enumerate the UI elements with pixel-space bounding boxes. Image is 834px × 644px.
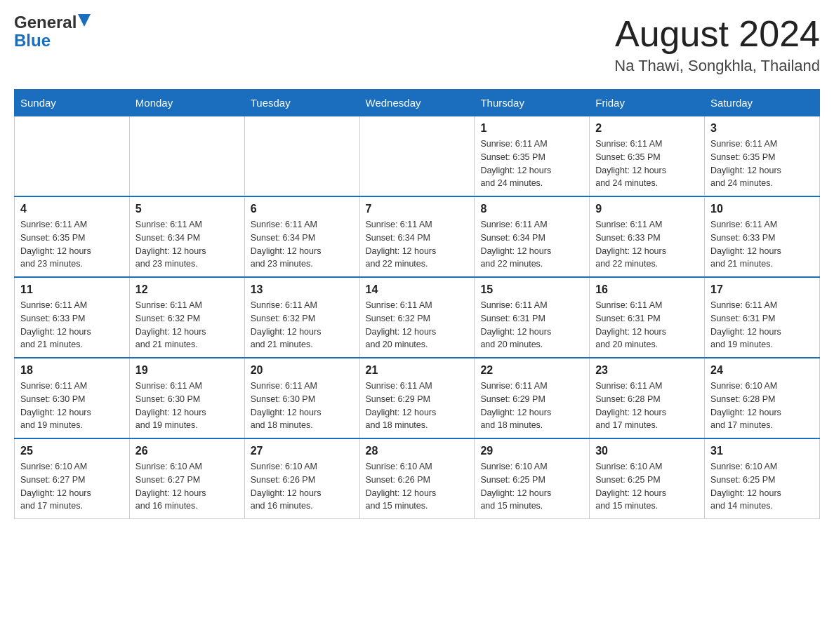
day-number: 25 xyxy=(20,445,124,457)
calendar-cell: 5Sunrise: 6:11 AM Sunset: 6:34 PM Daylig… xyxy=(129,196,244,277)
calendar-cell: 15Sunrise: 6:11 AM Sunset: 6:31 PM Dayli… xyxy=(475,277,590,358)
calendar-cell: 14Sunrise: 6:11 AM Sunset: 6:32 PM Dayli… xyxy=(359,277,475,358)
day-info: Sunrise: 6:11 AM Sunset: 6:34 PM Dayligh… xyxy=(480,218,583,271)
day-number: 17 xyxy=(710,283,814,296)
location-title: Na Thawi, Songkhla, Thailand xyxy=(614,57,820,75)
day-info: Sunrise: 6:10 AM Sunset: 6:26 PM Dayligh… xyxy=(366,460,469,513)
day-number: 24 xyxy=(710,364,814,377)
day-number: 13 xyxy=(251,283,354,296)
day-number: 14 xyxy=(366,283,469,296)
calendar-header-row: SundayMondayTuesdayWednesdayThursdayFrid… xyxy=(15,90,820,116)
day-info: Sunrise: 6:11 AM Sunset: 6:35 PM Dayligh… xyxy=(595,137,699,190)
day-number: 16 xyxy=(595,283,699,296)
calendar-cell: 27Sunrise: 6:10 AM Sunset: 6:26 PM Dayli… xyxy=(244,438,359,519)
calendar-cell: 26Sunrise: 6:10 AM Sunset: 6:27 PM Dayli… xyxy=(129,438,244,519)
day-number: 29 xyxy=(480,445,583,457)
day-info: Sunrise: 6:10 AM Sunset: 6:27 PM Dayligh… xyxy=(135,460,239,513)
logo-blue-text: Blue xyxy=(14,31,51,50)
day-number: 26 xyxy=(135,445,239,457)
day-number: 8 xyxy=(480,203,583,215)
svg-marker-0 xyxy=(78,14,91,27)
day-number: 28 xyxy=(366,445,469,457)
day-info: Sunrise: 6:11 AM Sunset: 6:32 PM Dayligh… xyxy=(135,299,239,351)
day-number: 7 xyxy=(366,203,469,215)
calendar-cell: 6Sunrise: 6:11 AM Sunset: 6:34 PM Daylig… xyxy=(244,196,359,277)
calendar-cell: 23Sunrise: 6:11 AM Sunset: 6:28 PM Dayli… xyxy=(590,358,705,438)
calendar-cell: 18Sunrise: 6:11 AM Sunset: 6:30 PM Dayli… xyxy=(15,358,130,438)
day-info: Sunrise: 6:11 AM Sunset: 6:29 PM Dayligh… xyxy=(480,380,583,432)
calendar-cell xyxy=(129,116,244,197)
calendar-week-row: 4Sunrise: 6:11 AM Sunset: 6:35 PM Daylig… xyxy=(15,196,820,277)
logo-icon: General Blue xyxy=(14,14,91,51)
day-info: Sunrise: 6:11 AM Sunset: 6:28 PM Dayligh… xyxy=(595,380,699,432)
weekday-header-friday: Friday xyxy=(590,90,705,116)
calendar-cell: 25Sunrise: 6:10 AM Sunset: 6:27 PM Dayli… xyxy=(15,438,130,519)
day-number: 27 xyxy=(251,445,354,457)
day-number: 30 xyxy=(595,445,699,457)
calendar-cell: 31Sunrise: 6:10 AM Sunset: 6:25 PM Dayli… xyxy=(705,438,820,519)
day-number: 18 xyxy=(20,364,124,377)
weekday-header-thursday: Thursday xyxy=(475,90,590,116)
calendar-cell xyxy=(244,116,359,197)
weekday-header-monday: Monday xyxy=(129,90,244,116)
calendar-cell: 9Sunrise: 6:11 AM Sunset: 6:33 PM Daylig… xyxy=(590,196,705,277)
calendar-cell: 28Sunrise: 6:10 AM Sunset: 6:26 PM Dayli… xyxy=(359,438,475,519)
day-number: 23 xyxy=(595,364,699,377)
day-info: Sunrise: 6:11 AM Sunset: 6:31 PM Dayligh… xyxy=(595,299,699,351)
day-info: Sunrise: 6:10 AM Sunset: 6:25 PM Dayligh… xyxy=(595,460,699,513)
logo-general-text: General xyxy=(14,14,77,31)
calendar-table: SundayMondayTuesdayWednesdayThursdayFrid… xyxy=(14,89,820,519)
day-info: Sunrise: 6:11 AM Sunset: 6:31 PM Dayligh… xyxy=(710,299,814,351)
day-number: 5 xyxy=(135,203,239,215)
day-number: 9 xyxy=(595,203,699,215)
day-info: Sunrise: 6:11 AM Sunset: 6:32 PM Dayligh… xyxy=(251,299,354,351)
day-number: 10 xyxy=(710,203,814,215)
day-info: Sunrise: 6:11 AM Sunset: 6:32 PM Dayligh… xyxy=(366,299,469,351)
day-info: Sunrise: 6:10 AM Sunset: 6:28 PM Dayligh… xyxy=(710,380,814,432)
day-info: Sunrise: 6:11 AM Sunset: 6:34 PM Dayligh… xyxy=(135,218,239,271)
day-info: Sunrise: 6:11 AM Sunset: 6:34 PM Dayligh… xyxy=(251,218,354,271)
page-header: General Blue August 2024 Na Thawi, Songk… xyxy=(14,14,820,75)
weekday-header-wednesday: Wednesday xyxy=(359,90,475,116)
day-number: 2 xyxy=(595,122,699,135)
calendar-cell: 13Sunrise: 6:11 AM Sunset: 6:32 PM Dayli… xyxy=(244,277,359,358)
logo: General Blue xyxy=(14,14,91,51)
calendar-cell: 8Sunrise: 6:11 AM Sunset: 6:34 PM Daylig… xyxy=(475,196,590,277)
calendar-cell: 4Sunrise: 6:11 AM Sunset: 6:35 PM Daylig… xyxy=(15,196,130,277)
day-info: Sunrise: 6:11 AM Sunset: 6:30 PM Dayligh… xyxy=(20,380,124,432)
calendar-cell: 17Sunrise: 6:11 AM Sunset: 6:31 PM Dayli… xyxy=(705,277,820,358)
day-info: Sunrise: 6:10 AM Sunset: 6:27 PM Dayligh… xyxy=(20,460,124,513)
day-number: 11 xyxy=(20,283,124,296)
day-number: 19 xyxy=(135,364,239,377)
day-info: Sunrise: 6:10 AM Sunset: 6:26 PM Dayligh… xyxy=(251,460,354,513)
day-number: 31 xyxy=(710,445,814,457)
day-number: 22 xyxy=(480,364,583,377)
calendar-week-row: 1Sunrise: 6:11 AM Sunset: 6:35 PM Daylig… xyxy=(15,116,820,197)
day-number: 6 xyxy=(251,203,354,215)
day-info: Sunrise: 6:11 AM Sunset: 6:33 PM Dayligh… xyxy=(595,218,699,271)
day-info: Sunrise: 6:11 AM Sunset: 6:30 PM Dayligh… xyxy=(135,380,239,432)
day-info: Sunrise: 6:11 AM Sunset: 6:33 PM Dayligh… xyxy=(20,299,124,351)
calendar-week-row: 18Sunrise: 6:11 AM Sunset: 6:30 PM Dayli… xyxy=(15,358,820,438)
day-info: Sunrise: 6:10 AM Sunset: 6:25 PM Dayligh… xyxy=(710,460,814,513)
day-info: Sunrise: 6:10 AM Sunset: 6:25 PM Dayligh… xyxy=(480,460,583,513)
day-number: 3 xyxy=(710,122,814,135)
weekday-header-sunday: Sunday xyxy=(15,90,130,116)
calendar-cell: 11Sunrise: 6:11 AM Sunset: 6:33 PM Dayli… xyxy=(15,277,130,358)
calendar-cell xyxy=(15,116,130,197)
month-title: August 2024 xyxy=(614,14,820,54)
day-info: Sunrise: 6:11 AM Sunset: 6:31 PM Dayligh… xyxy=(480,299,583,351)
calendar-cell: 16Sunrise: 6:11 AM Sunset: 6:31 PM Dayli… xyxy=(590,277,705,358)
calendar-cell: 19Sunrise: 6:11 AM Sunset: 6:30 PM Dayli… xyxy=(129,358,244,438)
day-number: 12 xyxy=(135,283,239,296)
day-info: Sunrise: 6:11 AM Sunset: 6:35 PM Dayligh… xyxy=(710,137,814,190)
day-info: Sunrise: 6:11 AM Sunset: 6:29 PM Dayligh… xyxy=(366,380,469,432)
calendar-cell: 7Sunrise: 6:11 AM Sunset: 6:34 PM Daylig… xyxy=(359,196,475,277)
calendar-cell: 30Sunrise: 6:10 AM Sunset: 6:25 PM Dayli… xyxy=(590,438,705,519)
calendar-cell: 2Sunrise: 6:11 AM Sunset: 6:35 PM Daylig… xyxy=(590,116,705,197)
calendar-cell: 24Sunrise: 6:10 AM Sunset: 6:28 PM Dayli… xyxy=(705,358,820,438)
weekday-header-tuesday: Tuesday xyxy=(244,90,359,116)
day-info: Sunrise: 6:11 AM Sunset: 6:34 PM Dayligh… xyxy=(366,218,469,271)
calendar-cell: 29Sunrise: 6:10 AM Sunset: 6:25 PM Dayli… xyxy=(475,438,590,519)
weekday-header-saturday: Saturday xyxy=(705,90,820,116)
